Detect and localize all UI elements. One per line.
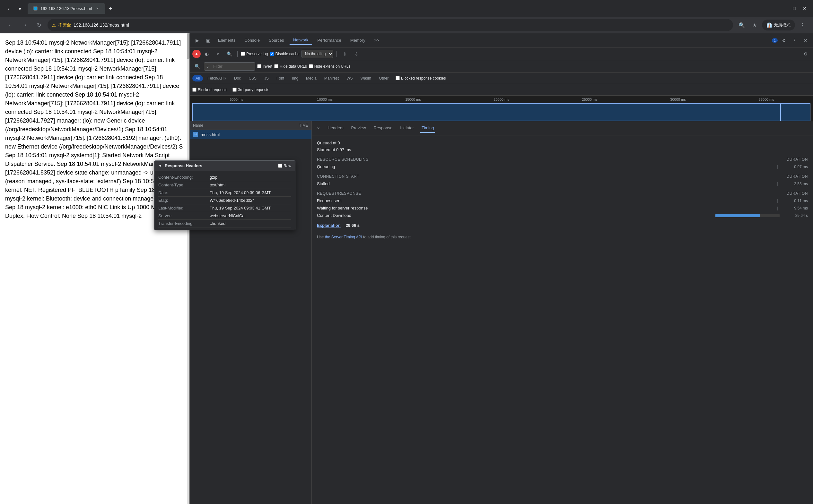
reload-button[interactable]: ↻ <box>33 20 44 30</box>
incognito-button[interactable]: 👔 无痕模式 <box>762 20 795 30</box>
filter-icon-button[interactable]: 🔍 <box>192 62 202 71</box>
devtools-inspect-button[interactable]: ▶ <box>192 36 202 45</box>
search-network-button[interactable]: 🔍 <box>225 49 234 59</box>
disable-cache-checkbox[interactable] <box>270 52 274 56</box>
nav-back-small[interactable]: ‹ <box>4 4 13 13</box>
type-wasm-button[interactable]: Wasm <box>357 75 375 81</box>
rh-raw-label[interactable]: Raw <box>278 164 291 168</box>
devtools-close-button[interactable]: ✕ <box>801 36 810 45</box>
profile-icon[interactable]: ● <box>15 4 24 13</box>
toolbar-divider-2 <box>337 51 337 57</box>
detail-tab-response[interactable]: Response <box>372 124 394 133</box>
tab-network[interactable]: Network <box>289 36 312 45</box>
devtools-device-button[interactable]: ▣ <box>203 36 213 45</box>
detail-header: × Headers Preview Response Initiator Tim… <box>312 121 813 135</box>
invert-check[interactable]: Invert <box>257 64 272 69</box>
tab-more[interactable]: >> <box>371 36 383 45</box>
preserve-log-checkbox[interactable] <box>241 52 245 56</box>
minimize-button[interactable]: – <box>780 4 789 13</box>
type-font-button[interactable]: Font <box>273 75 287 81</box>
clear-button[interactable]: ◐ <box>202 50 211 58</box>
filter-button[interactable]: ▿ <box>213 49 223 59</box>
export-har-button[interactable]: ⇩ <box>352 49 361 59</box>
col-time: TIME <box>289 123 308 128</box>
type-media-button[interactable]: Media <box>303 75 320 81</box>
import-har-button[interactable]: ⇧ <box>340 49 350 59</box>
server-timing-api-link[interactable]: the Server Timing API <box>325 235 362 239</box>
titlebar: ‹ ● 🌐 192.168.126.132/mess.html × + – □ … <box>0 0 813 17</box>
devtools-toolbar: ● ◐ ▿ 🔍 Preserve log Disable cache No th… <box>190 47 813 60</box>
menu-button[interactable]: ⋮ <box>797 20 808 30</box>
explanation-link[interactable]: Explanation <box>317 223 341 228</box>
request-response-section: Request/Response DURATION <box>317 191 808 196</box>
type-other-button[interactable]: Other <box>376 75 392 81</box>
type-all-button[interactable]: All <box>192 75 203 81</box>
close-button[interactable]: ✕ <box>800 4 809 13</box>
rh-key: Etag: <box>158 198 210 203</box>
preserve-log-label[interactable]: Preserve log <box>241 52 268 56</box>
ruler-mark-5: 25000 ms <box>545 98 634 101</box>
devtools-more-button[interactable]: ⋮ <box>790 36 800 45</box>
scrollbar-track[interactable] <box>187 33 189 504</box>
navigation-bar: ← → ↻ ⚠ 不安全 192.168.126.132/mess.html 🔍 … <box>0 17 813 33</box>
queueing-pipe: | <box>777 164 778 169</box>
active-tab[interactable]: 🌐 192.168.126.132/mess.html × <box>28 3 105 14</box>
new-tab-button[interactable]: + <box>105 4 115 14</box>
record-button[interactable]: ● <box>192 50 201 58</box>
devtools-settings-button[interactable]: ⚙ <box>779 36 789 45</box>
connection-start-section: Connection Start DURATION <box>317 174 808 179</box>
rh-row-etag: Etag: W/"66ebe8ed-140ed02" <box>158 197 291 204</box>
rh-raw-checkbox[interactable] <box>278 164 282 168</box>
tab-performance[interactable]: Performance <box>313 36 345 45</box>
detail-close-button[interactable]: × <box>316 124 321 132</box>
rh-toggle[interactable]: ▼ <box>158 164 162 168</box>
forward-button[interactable]: → <box>19 20 30 30</box>
security-warning-text: 不安全 <box>58 22 71 28</box>
network-row-mess[interactable]: H mess.html <box>190 130 312 139</box>
network-settings-button[interactable]: ⚙ <box>801 49 810 59</box>
tab-console[interactable]: Console <box>241 36 264 45</box>
rh-val: text/html <box>210 183 291 187</box>
timeline-area[interactable]: 5000 ms 10000 ms 15000 ms 20000 ms 25000… <box>190 96 813 121</box>
hide-extension-urls-check[interactable]: Hide extension URLs <box>309 64 351 69</box>
resource-scheduling-section: Resource Scheduling DURATION <box>317 157 808 162</box>
tab-memory[interactable]: Memory <box>347 36 369 45</box>
filter-input[interactable] <box>204 62 255 71</box>
ruler-mark-7: 35000 ms <box>722 98 810 101</box>
page-content: Sep 18 10:54:01 mysql-2 NetworkManager[7… <box>0 33 189 504</box>
type-css-button[interactable]: CSS <box>245 75 260 81</box>
waiting-item: Waiting for server response | 9.54 ms <box>317 206 808 210</box>
detail-tab-headers[interactable]: Headers <box>326 124 345 133</box>
timeline-selection[interactable] <box>192 103 810 121</box>
scrollbar-thumb[interactable] <box>187 33 189 59</box>
maximize-button[interactable]: □ <box>790 4 799 13</box>
tab-sources[interactable]: Sources <box>265 36 288 45</box>
bookmark-button[interactable]: ★ <box>749 20 760 30</box>
toolbar-divider-1 <box>237 51 238 57</box>
type-img-button[interactable]: Img <box>289 75 302 81</box>
blocked-response-cookies-check[interactable]: Blocked response cookies <box>396 76 446 81</box>
detail-tab-initiator[interactable]: Initiator <box>399 124 415 133</box>
tab-elements[interactable]: Elements <box>214 36 239 45</box>
tab-close-button[interactable]: × <box>94 5 100 11</box>
throttle-select[interactable]: No throttling <box>302 50 333 58</box>
type-js-button[interactable]: JS <box>261 75 272 81</box>
third-party-requests-check[interactable]: 3rd-party requests <box>233 88 269 92</box>
address-bar[interactable]: ⚠ 不安全 192.168.126.132/mess.html <box>47 19 733 31</box>
devtools-header: ▶ ▣ Elements Console Sources Network Per… <box>190 33 813 47</box>
disable-cache-label[interactable]: Disable cache <box>270 52 299 56</box>
detail-tab-timing[interactable]: Timing <box>420 124 435 133</box>
devtools-filter-row2: Blocked requests 3rd-party requests <box>190 84 813 96</box>
type-doc-button[interactable]: Doc <box>231 75 244 81</box>
type-fetch-xhr-button[interactable]: Fetch/XHR <box>204 75 230 81</box>
search-button[interactable]: 🔍 <box>736 20 747 30</box>
blocked-requests-check[interactable]: Blocked requests <box>192 88 227 92</box>
ruler-mark-4: 20000 ms <box>457 98 545 101</box>
type-manifest-button[interactable]: Manifest <box>321 75 342 81</box>
total-time: 29.66 s <box>346 223 360 228</box>
detail-tab-preview[interactable]: Preview <box>350 124 367 133</box>
network-row-name: mess.html <box>201 132 308 137</box>
hide-data-urls-check[interactable]: Hide data URLs <box>274 64 307 69</box>
back-button[interactable]: ← <box>5 20 16 30</box>
type-ws-button[interactable]: WS <box>343 75 356 81</box>
